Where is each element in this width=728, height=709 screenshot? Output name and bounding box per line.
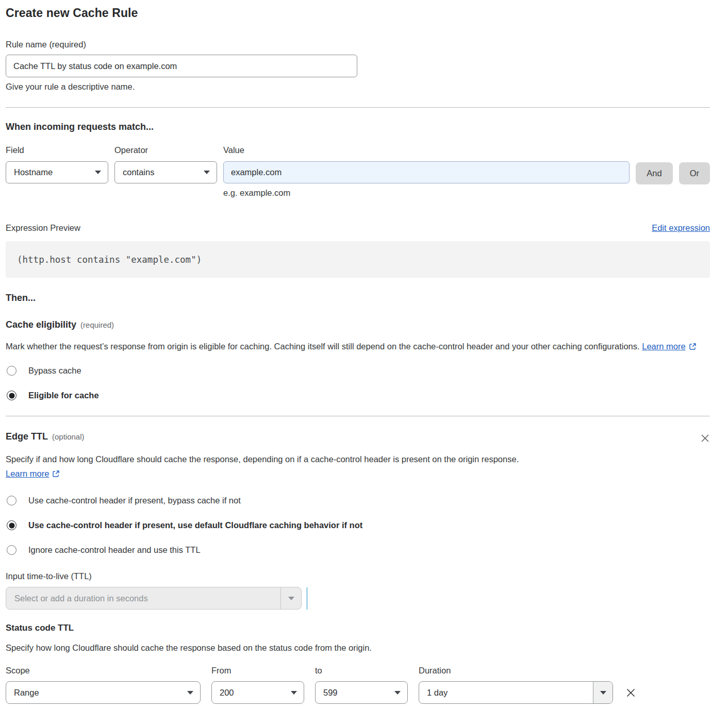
chevron-down-icon	[187, 691, 193, 695]
page-title: Create new Cache Rule	[6, 6, 710, 20]
field-select-value: Hostname	[14, 167, 53, 177]
external-link-icon	[52, 470, 60, 478]
edge-ttl-optional-tag: (optional)	[52, 432, 85, 441]
chevron-down-icon	[394, 691, 401, 695]
cache-eligibility-learn-more-link[interactable]: Learn more	[642, 342, 685, 351]
value-label: Value	[223, 145, 630, 155]
ttl-input-label: Input time-to-live (TTL)	[6, 571, 710, 581]
and-button[interactable]: And	[636, 162, 672, 184]
scope-select[interactable]: Range	[6, 681, 201, 704]
radio-circle-icon	[7, 366, 16, 376]
chevron-down-icon[interactable]	[280, 587, 301, 609]
text-cursor-bar	[306, 587, 308, 610]
ttl-duration-select[interactable]: Select or add a duration in seconds	[6, 587, 302, 610]
chevron-down-icon	[95, 171, 101, 174]
scope-select-value: Range	[14, 688, 39, 698]
radio-circle-icon	[7, 496, 16, 505]
edit-expression-link[interactable]: Edit expression	[652, 223, 710, 233]
chevron-down-icon	[291, 691, 297, 695]
radio-eligible-for-cache[interactable]: Eligible for cache	[6, 391, 710, 400]
status-code-ttl-row: Scope Range From 200 to 599 Duration 1 d…	[6, 666, 710, 704]
value-helper: e.g. example.com	[223, 188, 630, 198]
field-select[interactable]: Hostname	[6, 161, 108, 183]
rule-name-helper: Give your rule a descriptive name.	[6, 82, 710, 92]
duration-select-value: 1 day	[419, 682, 593, 703]
edge-ttl-learn-more-link[interactable]: Learn more	[6, 469, 49, 478]
from-label: From	[211, 666, 304, 676]
chevron-down-icon[interactable]	[593, 682, 613, 703]
status-code-ttl-description: Specify how long Cloudflare should cache…	[6, 640, 710, 655]
value-input[interactable]	[223, 161, 630, 183]
or-button[interactable]: Or	[679, 162, 710, 184]
edge-ttl-description: Specify if and how long Cloudflare shoul…	[6, 452, 573, 481]
from-select[interactable]: 200	[211, 681, 304, 704]
from-select-value: 200	[220, 688, 234, 698]
then-heading: Then...	[6, 293, 710, 303]
delete-row-icon[interactable]	[625, 666, 636, 700]
scope-label: Scope	[6, 666, 201, 676]
match-builder-row: Field Hostname Operator contains Value e…	[6, 145, 710, 198]
field-label: Field	[6, 145, 108, 155]
radio-bypass-cache[interactable]: Bypass cache	[6, 366, 710, 376]
duration-select[interactable]: 1 day	[419, 681, 613, 704]
match-heading: When incoming requests match...	[6, 122, 710, 132]
expression-preview-label: Expression Preview	[6, 223, 80, 233]
expression-preview-code: (http.host contains "example.com")	[6, 241, 710, 278]
chevron-down-icon	[204, 171, 210, 174]
ttl-duration-placeholder: Select or add a duration in seconds	[6, 587, 280, 609]
operator-label: Operator	[114, 145, 217, 155]
rule-name-label: Rule name (required)	[6, 40, 710, 49]
to-select[interactable]: 599	[315, 681, 408, 704]
to-label: to	[315, 666, 408, 676]
cache-eligibility-heading: Cache eligibility	[6, 319, 76, 330]
radio-selected-icon	[7, 520, 16, 530]
cache-eligibility-required-tag: (required)	[80, 320, 114, 329]
radio-circle-icon	[7, 545, 16, 555]
close-icon[interactable]	[700, 431, 710, 445]
to-select-value: 599	[323, 688, 338, 698]
external-link-icon	[689, 343, 697, 350]
radio-use-header-default[interactable]: Use cache-control header if present, use…	[6, 520, 710, 530]
radio-ignore-header[interactable]: Ignore cache-control header and use this…	[6, 545, 710, 555]
radio-selected-icon	[7, 391, 16, 400]
operator-select-value: contains	[123, 167, 154, 177]
rule-name-input[interactable]	[6, 55, 357, 77]
edge-ttl-heading: Edge TTL	[6, 431, 48, 442]
section-divider	[6, 416, 710, 416]
status-code-ttl-heading: Status code TTL	[6, 623, 710, 633]
create-cache-rule-form: Create new Cache Rule Rule name (require…	[6, 0, 710, 704]
section-divider	[6, 107, 710, 108]
operator-select[interactable]: contains	[114, 161, 217, 183]
duration-label: Duration	[419, 666, 613, 676]
cache-eligibility-description: Mark whether the request’s response from…	[6, 339, 699, 353]
radio-use-header-bypass[interactable]: Use cache-control header if present, byp…	[6, 496, 710, 505]
